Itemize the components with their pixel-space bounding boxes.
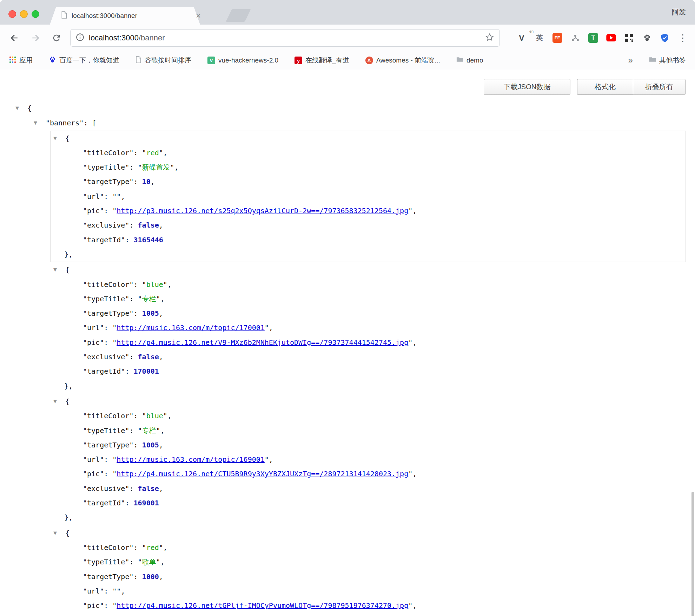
json-line: "url": "http://music.163.com/m/topic/169… (51, 452, 686, 467)
json-quote: " (265, 455, 269, 464)
collapse-toggle-icon[interactable]: ▼ (34, 116, 46, 130)
json-punctuation: , (159, 353, 163, 361)
json-key: "titleColor" (83, 543, 134, 552)
json-url-link[interactable]: http://music.163.com/m/topic/169001 (117, 455, 264, 464)
tab-close-icon[interactable]: × (194, 12, 203, 20)
paw-extension-icon[interactable] (641, 32, 653, 44)
address-bar[interactable]: localhost:3000/banner (70, 29, 500, 47)
json-quote: " (408, 338, 412, 347)
translate-extension-icon[interactable]: en英 (534, 32, 545, 44)
json-quote: " (112, 455, 117, 464)
json-url-link[interactable]: http://music.163.com/m/topic/170001 (117, 323, 264, 332)
json-quote: " (112, 192, 117, 201)
json-number-value: 1005 (142, 309, 159, 317)
bookmark-other-bookmarks[interactable]: 其他书签 (649, 56, 686, 65)
org-chart-extension-icon[interactable] (569, 32, 581, 44)
browser-menu-icon[interactable]: ⋮ (677, 32, 689, 44)
minimize-window-button[interactable] (20, 10, 28, 18)
json-key: "typeTitle" (83, 426, 129, 435)
json-punctuation: : (134, 149, 142, 157)
bookmark-label: 谷歌按时间排序 (145, 56, 191, 65)
bookmark-google-sort[interactable]: 谷歌按时间排序 (135, 56, 191, 65)
reload-button[interactable] (48, 29, 65, 47)
active-tab-content[interactable]: localhost:3000/banner × (56, 7, 206, 25)
json-line: ▼{ (51, 394, 686, 409)
json-key: "typeTitle" (83, 163, 129, 171)
bookmark-youdao[interactable]: y 在线翻译_有道 (294, 56, 349, 65)
format-collapse-group: 格式化 折叠所有 (577, 79, 686, 95)
collapse-all-button[interactable]: 折叠所有 (633, 79, 686, 95)
json-string-value: red (146, 543, 159, 552)
new-tab-button[interactable] (226, 9, 251, 22)
bookmark-star-icon[interactable] (485, 32, 495, 44)
url-text[interactable]: localhost:3000/banner (89, 33, 485, 42)
bookmark-label: 应用 (19, 56, 33, 65)
json-url-link[interactable]: http://p4.music.126.net/tGPljf-IMOCyPvum… (117, 601, 408, 610)
json-banner-object: ▼{"titleColor": "red","typeTitle": "歌单",… (50, 525, 686, 616)
youtube-extension-icon[interactable] (605, 32, 617, 44)
bookmark-vue-hackernews[interactable]: V vue-hackernews-2.0 (207, 57, 278, 64)
bookmark-label: 在线翻译_有道 (305, 56, 349, 65)
json-punctuation: : (129, 558, 138, 566)
json-punctuation: }, (64, 382, 73, 390)
json-number-value: false (138, 484, 159, 493)
json-number-value: false (138, 353, 159, 361)
collapse-toggle-icon[interactable]: ▼ (15, 101, 27, 115)
vimium-extension-icon[interactable]: V (516, 32, 528, 44)
json-url-link[interactable]: http://p4.music.126.net/V9-MXz6b2MNhEKju… (117, 338, 408, 347)
json-number-value: false (138, 221, 159, 229)
fehelper-extension-icon[interactable]: FE (551, 32, 563, 44)
baidu-paw-icon (49, 56, 56, 65)
bookmark-awesomes[interactable]: A Awesomes - 前端资... (365, 56, 440, 65)
json-key: "targetType" (83, 441, 134, 449)
json-line: "typeTitle": "新碟首发", (51, 160, 686, 175)
json-line: "pic": "http://p4.music.126.net/tGPljf-I… (51, 598, 686, 613)
bookmark-demo-folder[interactable]: demo (456, 57, 483, 64)
json-punctuation: , (121, 587, 125, 595)
json-line: "pic": "http://p3.music.126.net/s25q2x5Q… (51, 204, 686, 218)
download-json-button[interactable]: 下载JSON数据 (484, 79, 570, 95)
json-url-link[interactable]: http://p4.music.126.net/CTU5B9R9y3XyYBZX… (117, 470, 408, 478)
forward-icon (30, 33, 41, 43)
tampermonkey-extension-icon[interactable]: T (587, 32, 599, 44)
format-button[interactable]: 格式化 (577, 79, 633, 95)
close-window-button[interactable] (8, 10, 16, 18)
json-string-value: 歌单 (142, 558, 156, 566)
info-icon[interactable] (75, 33, 85, 43)
fullscreen-window-button[interactable] (32, 10, 39, 18)
profile-name[interactable]: 阿发 (672, 7, 686, 17)
scrollbar-thumb[interactable] (691, 492, 694, 616)
bookmark-baidu[interactable]: 百度一下，你就知道 (49, 56, 119, 65)
back-button[interactable] (6, 29, 23, 47)
bookmarks-overflow-button[interactable]: » (628, 55, 633, 65)
collapse-toggle-icon[interactable]: ▼ (53, 262, 65, 277)
url-host: localhost:3000 (89, 33, 139, 42)
collapse-toggle-icon[interactable]: ▼ (53, 394, 65, 408)
json-punctuation: , (151, 177, 155, 186)
json-punctuation: : (134, 543, 142, 552)
json-punctuation: , (159, 309, 163, 317)
json-number-value: 169001 (134, 499, 159, 507)
apps-grid-icon (9, 56, 16, 65)
json-quote: " (112, 323, 117, 332)
json-punctuation: , (160, 295, 165, 303)
forward-button[interactable] (27, 29, 44, 47)
json-quote: " (156, 295, 160, 303)
json-line: ▼{ (51, 131, 686, 146)
json-number-value: 170001 (134, 367, 159, 375)
json-punctuation: , (412, 207, 417, 215)
json-key: "pic" (83, 338, 104, 347)
json-quote: " (156, 558, 160, 566)
json-string-value: 专栏 (142, 426, 156, 435)
collapse-toggle-icon[interactable]: ▼ (53, 131, 65, 145)
bookmarks-bar: 应用 百度一下，你就知道 谷歌按时间排序 V vue-hackernews-2.… (0, 51, 695, 70)
json-punctuation: : (134, 280, 142, 289)
json-punctuation: : (129, 484, 138, 493)
qr-code-extension-icon[interactable] (623, 32, 635, 44)
json-url-link[interactable]: http://p3.music.126.net/s25q2x5QyqsAzilC… (117, 207, 408, 215)
security-shield-extension-icon[interactable] (659, 32, 671, 44)
json-line: "titleColor": "blue", (51, 409, 686, 423)
collapse-toggle-icon[interactable]: ▼ (53, 526, 65, 540)
bookmark-label: demo (466, 57, 483, 64)
bookmark-apps[interactable]: 应用 (9, 56, 33, 65)
